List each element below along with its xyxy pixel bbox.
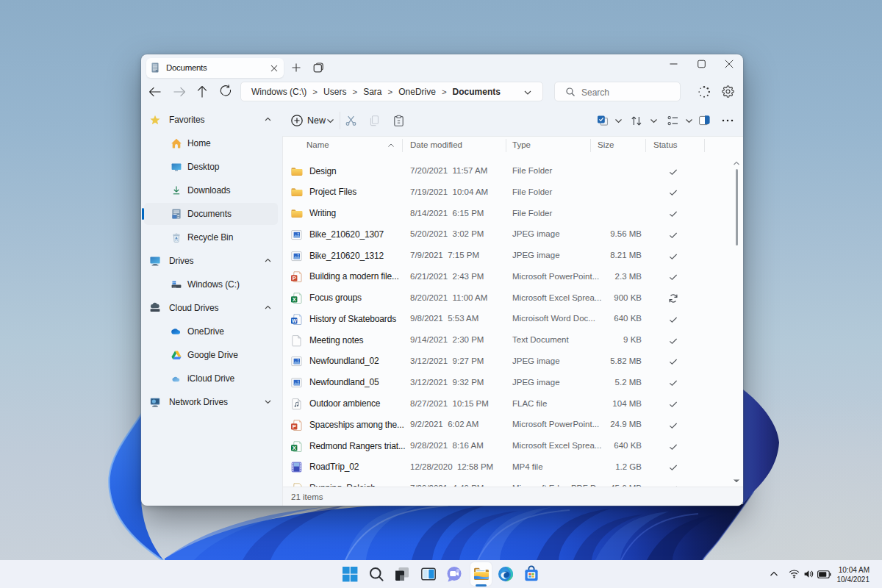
svg-text:X: X: [293, 444, 296, 451]
svg-text:X: X: [293, 296, 296, 303]
svg-text:P: P: [293, 423, 296, 429]
svg-text:W: W: [292, 318, 297, 323]
svg-text:P: P: [293, 275, 296, 282]
